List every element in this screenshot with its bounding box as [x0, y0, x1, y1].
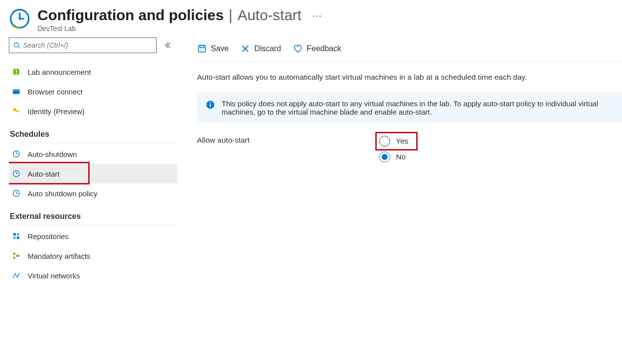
- sidebar-item-label: Identity (Preview): [28, 107, 85, 116]
- discard-button[interactable]: Discard: [240, 44, 281, 54]
- sidebar-item-browser-connect[interactable]: Browser connect: [9, 82, 177, 101]
- save-button[interactable]: Save: [197, 44, 229, 54]
- sidebar-item-auto-shutdown[interactable]: Auto-shutdown: [9, 144, 177, 164]
- feedback-button[interactable]: Feedback: [293, 44, 341, 54]
- sidebar-item-label: Auto shutdown policy: [28, 189, 98, 198]
- svg-rect-27: [13, 253, 15, 255]
- sidebar-item-lab-announcement[interactable]: Lab announcement: [9, 62, 177, 82]
- sidebar-item-label: Browser connect: [28, 88, 83, 96]
- page-title: Configuration and policies: [37, 7, 224, 24]
- svg-point-39: [210, 102, 211, 103]
- close-icon: [240, 44, 250, 54]
- svg-rect-23: [13, 233, 16, 236]
- sidebar-item-identity[interactable]: Identity (Preview): [9, 101, 177, 121]
- discard-label: Discard: [254, 44, 281, 53]
- sidebar-item-repositories[interactable]: Repositories: [9, 226, 177, 246]
- allow-auto-start-radio-group: Yes No: [379, 136, 408, 162]
- svg-point-4: [14, 43, 19, 47]
- more-actions-button[interactable]: ···: [303, 10, 322, 21]
- heart-icon: [293, 44, 303, 54]
- allow-auto-start-label: Allow auto-start: [197, 136, 379, 145]
- announcement-icon: [12, 67, 21, 76]
- svg-rect-24: [17, 233, 19, 236]
- page-subtitle: Auto-start: [237, 7, 301, 24]
- search-icon: [13, 42, 20, 49]
- info-icon: [206, 100, 215, 109]
- svg-point-3: [19, 18, 21, 20]
- sidebar-item-label: Auto-start: [28, 170, 60, 178]
- sidebar-item-auto-start[interactable]: Auto-start: [9, 164, 177, 183]
- svg-rect-29: [16, 255, 19, 257]
- svg-rect-38: [210, 104, 211, 107]
- radio-label: No: [396, 152, 406, 161]
- radio-icon: [379, 136, 390, 147]
- svg-rect-10: [13, 89, 20, 91]
- clock-icon: [12, 150, 21, 158]
- sidebar-item-label: Repositories: [28, 232, 68, 241]
- info-text: This policy does not apply auto-start to…: [222, 99, 613, 116]
- save-icon: [197, 44, 207, 54]
- svg-rect-33: [200, 45, 204, 48]
- info-banner: This policy does not apply auto-start to…: [197, 92, 622, 123]
- svg-rect-28: [13, 257, 15, 259]
- title-separator: |: [226, 7, 235, 24]
- clock-resource-icon: [9, 8, 31, 30]
- sidebar-item-label: Virtual networks: [28, 272, 80, 280]
- collapse-sidebar-button[interactable]: [162, 39, 173, 51]
- sidebar-nav[interactable]: Lab announcement Browser connect Identit…: [9, 57, 177, 364]
- sidebar-item-label: Mandatory artifacts: [28, 252, 91, 260]
- resource-type-label: DevTest Lab: [37, 25, 322, 32]
- save-label: Save: [211, 44, 229, 53]
- radio-icon: [379, 152, 390, 162]
- feedback-label: Feedback: [307, 44, 341, 53]
- search-input[interactable]: [23, 41, 152, 49]
- page-header: Configuration and policies | Auto-start …: [0, 0, 622, 36]
- sidebar-item-auto-shutdown-policy[interactable]: Auto shutdown policy: [9, 183, 177, 203]
- repositories-icon: [12, 232, 21, 241]
- command-bar: Save Discard Feedback: [197, 38, 622, 62]
- svg-line-5: [18, 47, 20, 49]
- svg-rect-34: [200, 49, 204, 52]
- sidebar-item-virtual-networks[interactable]: Virtual networks: [9, 266, 177, 285]
- description-text: Auto-start allows you to automatically s…: [197, 62, 622, 92]
- network-icon: [12, 271, 21, 280]
- clock-icon: [12, 189, 21, 198]
- sidebar-section-schedules: Schedules: [9, 121, 177, 140]
- svg-rect-26: [17, 237, 19, 239]
- svg-rect-25: [13, 237, 16, 239]
- radio-option-no[interactable]: No: [379, 152, 408, 162]
- clock-icon: [12, 169, 21, 178]
- artifacts-icon: [12, 251, 21, 260]
- svg-rect-13: [19, 111, 20, 113]
- sidebar-item-mandatory-artifacts[interactable]: Mandatory artifacts: [9, 246, 177, 266]
- browser-icon: [12, 87, 21, 96]
- search-box[interactable]: [9, 37, 157, 53]
- sidebar-section-external: External resources: [9, 203, 177, 222]
- radio-option-yes[interactable]: Yes: [379, 136, 408, 147]
- key-icon: [12, 107, 21, 116]
- svg-point-30: [13, 277, 14, 278]
- svg-rect-8: [16, 73, 17, 74]
- sidebar-item-label: Auto-shutdown: [28, 150, 77, 158]
- svg-point-31: [19, 273, 20, 274]
- radio-label: Yes: [396, 137, 408, 146]
- sidebar-item-label: Lab announcement: [28, 68, 91, 76]
- svg-rect-7: [16, 70, 17, 73]
